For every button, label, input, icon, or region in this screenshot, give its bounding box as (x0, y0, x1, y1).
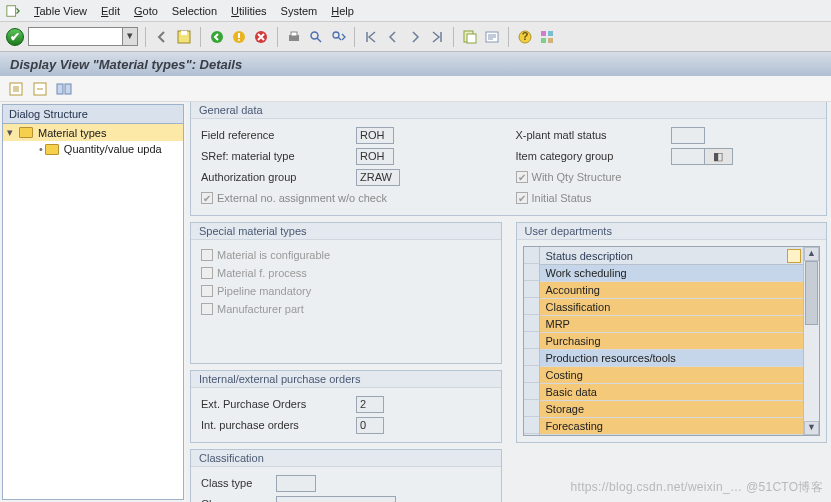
material-configurable-checkbox (201, 249, 213, 261)
user-department-row[interactable]: Work scheduling (540, 265, 804, 282)
material-configurable-label: Material is configurable (217, 249, 330, 261)
svg-text:?: ? (522, 30, 529, 42)
user-departments-header[interactable]: Status description (540, 247, 804, 265)
customize-layout-icon[interactable] (538, 28, 556, 46)
int-purchase-orders-input[interactable]: 0 (356, 417, 384, 434)
menu-goto[interactable]: Goto (134, 5, 158, 17)
user-department-row[interactable]: Purchasing (540, 333, 804, 350)
save-icon[interactable] (175, 28, 193, 46)
scroll-thumb[interactable] (805, 261, 818, 325)
new-session-icon[interactable] (6, 4, 20, 18)
external-no-checkbox: ✔ (201, 192, 213, 204)
user-department-row[interactable]: MRP (540, 316, 804, 333)
help-icon[interactable]: ? (516, 28, 534, 46)
tree-node-quantity-value[interactable]: • Quantity/value upda (3, 141, 183, 157)
xplant-status-label: X-plant matl status (516, 129, 671, 141)
svg-rect-0 (7, 5, 16, 16)
tree-header: Dialog Structure (3, 105, 183, 124)
user-department-row[interactable]: Forecasting (540, 418, 804, 435)
item-category-group-f4-icon[interactable]: ◧ (705, 148, 733, 165)
group-classification: Classification Class type Class (190, 449, 502, 502)
class-input[interactable] (276, 496, 396, 503)
next-page-icon[interactable] (406, 28, 424, 46)
group-title: Internal/external purchase orders (191, 371, 501, 388)
field-reference-label: Field reference (201, 129, 356, 141)
config-icon[interactable] (56, 81, 72, 97)
manufacturer-part-label: Manufacturer part (217, 303, 304, 315)
menu-table-view[interactable]: TTable Viewable View (34, 5, 87, 17)
prev-page-icon[interactable] (384, 28, 402, 46)
menu-help[interactable]: Help (331, 5, 354, 17)
external-no-label: External no. assignment w/o check (217, 192, 387, 204)
first-page-icon[interactable] (362, 28, 380, 46)
folder-icon (19, 127, 33, 138)
user-department-row[interactable]: Production resources/tools (540, 350, 804, 367)
tree-node-material-types[interactable]: ▾ Material types (3, 124, 183, 141)
back-icon[interactable] (153, 28, 171, 46)
create-session-icon[interactable] (461, 28, 479, 46)
tree-node-label: Quantity/value upda (64, 143, 162, 155)
xplant-status-input[interactable] (671, 127, 705, 144)
menu-system[interactable]: System (281, 5, 318, 17)
back-green-icon[interactable] (208, 28, 226, 46)
collapse-all-icon[interactable] (32, 81, 48, 97)
row-selector-column (524, 247, 540, 435)
user-department-row[interactable]: Basic data (540, 384, 804, 401)
ext-purchase-orders-input[interactable]: 2 (356, 396, 384, 413)
generate-shortcut-icon[interactable] (483, 28, 501, 46)
print-icon[interactable] (285, 28, 303, 46)
scroll-down-icon[interactable]: ▼ (804, 421, 819, 435)
class-type-input[interactable] (276, 475, 316, 492)
toolbar-separator (508, 27, 509, 47)
find-icon[interactable] (307, 28, 325, 46)
watermark-text: https://blog.csdn.net/weixin_… @51CTO博客 (571, 479, 823, 496)
exit-icon[interactable] (230, 28, 248, 46)
initial-status-label: Initial Status (532, 192, 592, 204)
int-purchase-orders-label: Int. purchase orders (201, 419, 356, 431)
last-page-icon[interactable] (428, 28, 446, 46)
toolbar-separator (453, 27, 454, 47)
user-department-row[interactable]: Classification (540, 299, 804, 316)
user-department-row[interactable]: Storage (540, 401, 804, 418)
find-next-icon[interactable] (329, 28, 347, 46)
svg-rect-12 (467, 34, 476, 43)
group-title: Classification (191, 450, 501, 467)
expand-all-icon[interactable] (8, 81, 24, 97)
svg-point-5 (238, 39, 240, 41)
dialog-structure-tree: Dialog Structure ▾ Material types • Quan… (2, 104, 184, 500)
menu-selection[interactable]: Selection (172, 5, 217, 17)
command-field-dropdown-icon[interactable]: ▾ (122, 28, 137, 45)
command-field[interactable]: ▾ (28, 27, 138, 46)
menu-edit[interactable]: Edit (101, 5, 120, 17)
ext-purchase-orders-label: Ext. Purchase Orders (201, 398, 356, 410)
user-department-row[interactable]: Costing (540, 367, 804, 384)
authorization-group-input[interactable]: ZRAW (356, 169, 400, 186)
svg-rect-23 (65, 84, 71, 94)
tree-expand-icon[interactable]: ▾ (7, 126, 17, 139)
svg-point-9 (311, 32, 318, 39)
scroll-up-icon[interactable]: ▲ (804, 247, 819, 261)
enter-button[interactable]: ✔ (6, 28, 24, 46)
authorization-group-label: Authorization group (201, 171, 356, 183)
app-toolbar (0, 76, 831, 102)
user-department-row[interactable]: Accounting (540, 282, 804, 299)
svg-rect-2 (181, 31, 187, 35)
sref-material-type-label: SRef: material type (201, 150, 356, 162)
page-title: Display View "Material types": Details (0, 52, 831, 76)
item-category-group-label: Item category group (516, 150, 671, 162)
cancel-icon[interactable] (252, 28, 270, 46)
item-category-group-input[interactable] (671, 148, 705, 165)
sref-material-type-input[interactable]: ROH (356, 148, 394, 165)
manufacturer-part-checkbox (201, 303, 213, 315)
table-vertical-scrollbar[interactable]: ▲ ▼ (803, 247, 819, 435)
group-title: Special material types (191, 223, 501, 240)
material-fprocess-label: Material f. process (217, 267, 307, 279)
field-reference-input[interactable]: ROH (356, 127, 394, 144)
material-fprocess-checkbox (201, 267, 213, 279)
menu-bar: TTable Viewable View Edit Goto Selection… (0, 0, 831, 22)
tree-node-label: Material types (38, 127, 106, 139)
table-settings-icon[interactable] (787, 249, 801, 263)
toolbar-separator (354, 27, 355, 47)
initial-status-checkbox: ✔ (516, 192, 528, 204)
menu-utilities[interactable]: Utilities (231, 5, 266, 17)
